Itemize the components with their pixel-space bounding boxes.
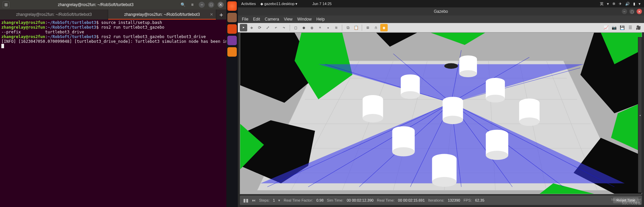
dock-firefox-icon[interactable] — [227, 1, 237, 11]
tool-record-icon[interactable]: ◉ — [380, 24, 388, 31]
menu-window[interactable]: Window — [297, 17, 312, 22]
network-icon[interactable]: ✈ — [619, 2, 622, 6]
svg-point-67 — [432, 177, 457, 187]
tool-copy-icon[interactable]: ⧉ — [344, 24, 352, 31]
prompt-user: zhangrelay@ros2fun — [1, 20, 45, 25]
svg-point-64 — [486, 151, 508, 160]
svg-point-61 — [392, 147, 415, 156]
dock-software-icon[interactable] — [227, 24, 237, 34]
svg-point-52 — [363, 114, 383, 122]
terminal-body[interactable]: zhangrelay@ros2fun:~/RobSoft/turtlebot3$… — [0, 20, 226, 207]
tool-undo-icon[interactable]: ↶ — [272, 24, 280, 31]
terminal-tabs: zhangrelay@ros2fun: ~/RobSoft/turtlebot3… — [0, 9, 226, 20]
dock-amazon-icon[interactable] — [227, 47, 237, 57]
tool-select-icon[interactable]: ➤ — [240, 24, 247, 31]
tool-redo-icon[interactable]: ↷ — [280, 24, 288, 31]
app-menu-label: gazebo11.desktop — [264, 2, 294, 6]
cursor — [1, 44, 4, 48]
gz-minimize-button[interactable]: − — [622, 9, 627, 14]
tool-link-icon[interactable]: ∩ — [372, 24, 380, 31]
volume-icon[interactable]: 🔊 — [625, 2, 630, 6]
app-menu[interactable]: ◆ gazebo11.desktop ▾ — [260, 2, 297, 6]
menu-file[interactable]: File — [242, 17, 248, 22]
gazebo-3d-view[interactable] — [240, 32, 642, 194]
tool-light-point-icon[interactable]: ☀ — [316, 24, 324, 31]
gazebo-toolbar: ➤ ✥ ⟳ ⤢ ↶ ↷ □ ● ◍ ☀ ✦ ≋ ⧉ 📋 ⊞ ∩ ◉ 📈 📷 💾 … — [238, 23, 644, 32]
fps-label: FPS: — [463, 198, 472, 202]
gz-close-button[interactable]: ✕ — [637, 9, 642, 14]
input-lang[interactable]: 英 — [600, 1, 604, 6]
prompt-path: ~/RobSoft/turtlebot3 — [47, 25, 96, 30]
steps-value: 1 — [273, 198, 275, 202]
activities-button[interactable]: Activities — [241, 2, 256, 6]
prompt-user: zhangrelay@ros2fun — [1, 25, 45, 30]
toolbar-sep — [342, 25, 342, 31]
gazebo-titlebar: Gazebo − ▢ ✕ — [238, 7, 644, 16]
watermark: 51CTO博客 — [622, 201, 641, 206]
gazebo-title: Gazebo — [434, 9, 448, 14]
terminal-tab-label: zhangrelay@ros2fun: ~/RobSoft/turtlebot3 — [124, 12, 200, 17]
tool-sphere-icon[interactable]: ● — [300, 24, 308, 31]
menu-view[interactable]: View — [284, 17, 293, 22]
tool-translate-icon[interactable]: ✥ — [248, 24, 255, 31]
maximize-button[interactable]: □ — [208, 2, 214, 8]
steps-caret-icon[interactable]: ▾ — [278, 198, 280, 203]
new-tab-button[interactable]: ⊞ — [3, 1, 9, 8]
system-tray: 英 ▾ ✲ ✈ 🔊 ▮ ▾ — [600, 1, 641, 6]
gazebo-desktop: Activities ◆ gazebo11.desktop ▾ Jun 7 14… — [238, 0, 644, 207]
toolbar-sep — [362, 25, 362, 31]
tool-log-icon[interactable]: ☰ — [626, 24, 634, 31]
tool-rotate-icon[interactable]: ⟳ — [256, 24, 263, 31]
terminal-tab-label: zhangrelay@ros2fun: ~/RobSoft/turtlebot3 — [16, 12, 92, 17]
menu-icon[interactable]: ≡ — [189, 2, 195, 8]
dock-files-icon[interactable] — [227, 13, 237, 22]
terminal-title: zhangrelay@ros2fun: ~/RobSoft/turtlebot3 — [11, 2, 180, 7]
tool-save-icon[interactable]: 💾 — [618, 24, 626, 31]
tool-light-dir-icon[interactable]: ≋ — [332, 24, 340, 31]
iterations-label: Iterations: — [428, 198, 444, 202]
tool-box-icon[interactable]: □ — [292, 24, 299, 31]
gz-maximize-button[interactable]: ▢ — [629, 9, 635, 14]
minimize-button[interactable]: − — [199, 2, 205, 8]
tool-cylinder-icon[interactable]: ◍ — [308, 24, 316, 31]
simtime-label: Sim Time: — [327, 198, 344, 202]
terminal-tab-2[interactable]: zhangrelay@ros2fun: ~/RobSoft/turtlebot3… — [108, 9, 216, 20]
add-tab-button[interactable]: + — [216, 9, 226, 20]
search-icon[interactable]: 🔍 — [180, 2, 186, 8]
rtf-value: 0.98 — [316, 198, 323, 202]
power-caret-icon[interactable]: ▾ — [639, 2, 641, 6]
svg-point-40 — [444, 63, 458, 69]
tool-video-icon[interactable]: 🎥 — [635, 24, 642, 31]
battery-icon[interactable]: ▮ — [633, 2, 635, 6]
command: ros2 run turtlebot3_gazebo — [101, 25, 164, 30]
menu-edit[interactable]: Edit — [253, 17, 260, 22]
a11y-icon[interactable]: ✲ — [612, 2, 615, 6]
menu-caret-icon: ▾ — [607, 2, 609, 6]
prompt-sym: $ — [96, 25, 99, 30]
close-button[interactable]: ✕ — [218, 2, 224, 8]
tool-paste-icon[interactable]: 📋 — [352, 24, 360, 31]
command: ros2 run turtlebot3_gazebo turtlebot3_dr… — [101, 34, 206, 39]
step-button[interactable]: ⏭ — [252, 198, 256, 202]
prompt-user: zhangrelay@ros2fun — [1, 34, 45, 39]
terminal-tab-1[interactable]: zhangrelay@ros2fun: ~/RobSoft/turtlebot3 — [0, 9, 108, 20]
tool-scale-icon[interactable]: ⤢ — [264, 24, 271, 31]
tool-light-spot-icon[interactable]: ✦ — [324, 24, 332, 31]
svg-point-49 — [486, 95, 505, 102]
close-tab-icon[interactable]: ✕ — [210, 12, 213, 17]
completion-line: --prefix turtlebot3_drive — [1, 30, 84, 34]
pause-button[interactable]: ▮▮ — [243, 198, 249, 203]
menu-help[interactable]: Help — [316, 17, 325, 22]
right-panel-toggle[interactable]: ◂ — [638, 37, 642, 193]
prompt-sym: $ — [96, 34, 99, 39]
clock[interactable]: Jun 7 14:25 — [312, 2, 332, 6]
terminal-titlebar: ⊞ zhangrelay@ros2fun: ~/RobSoft/turtlebo… — [0, 0, 226, 9]
gazebo-menubar: File Edit Camera View Window Help — [238, 16, 644, 23]
realtime-label: Real Time: — [377, 198, 395, 202]
tool-camera-icon[interactable]: 📷 — [610, 24, 618, 31]
tool-snap-icon[interactable]: ⊞ — [364, 24, 372, 31]
menu-camera[interactable]: Camera — [265, 17, 279, 22]
dock-help-icon[interactable] — [227, 36, 237, 45]
tool-plot-icon[interactable]: 📈 — [602, 24, 610, 31]
iterations-value: 132390 — [448, 198, 460, 202]
